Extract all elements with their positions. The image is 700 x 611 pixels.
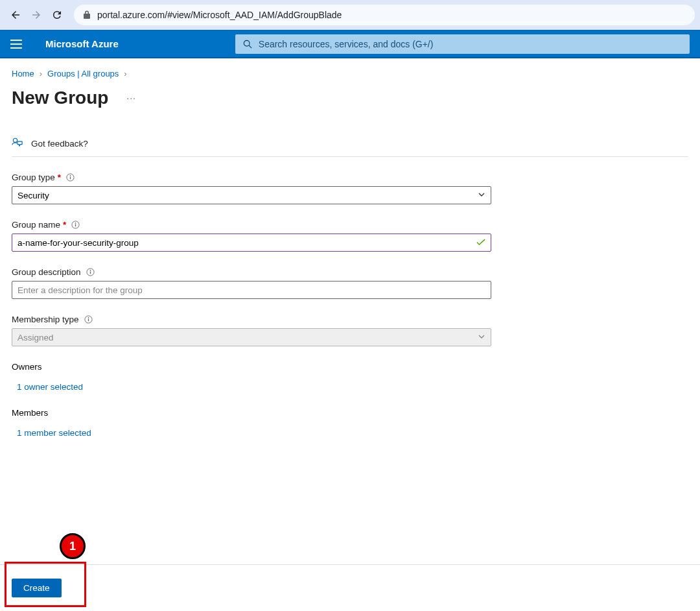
arrow-left-icon (10, 9, 21, 21)
lock-icon (83, 10, 91, 19)
required-asterisk: * (63, 220, 66, 230)
browser-address-bar[interactable]: portal.azure.com/#view/Microsoft_AAD_IAM… (74, 5, 695, 25)
group-description-input-wrapper (12, 281, 491, 299)
field-group-type: Group type * Security (12, 173, 491, 204)
group-description-input[interactable] (18, 285, 485, 295)
breadcrumb-home-link[interactable]: Home (12, 69, 34, 78)
hamburger-icon (10, 40, 22, 49)
svg-rect-11 (89, 272, 90, 274)
owners-selected-link[interactable]: 1 owner selected (17, 382, 83, 392)
field-group-name: Group name * (12, 220, 491, 252)
content-area: Home › Groups | All groups › New Group ·… (0, 58, 700, 438)
svg-point-10 (89, 270, 91, 271)
field-owners: Owners 1 owner selected (12, 362, 491, 392)
annotation-box (5, 562, 86, 607)
chevron-right-icon: › (40, 69, 42, 78)
field-group-description: Group description (12, 267, 491, 299)
info-icon[interactable] (71, 221, 80, 229)
breadcrumb: Home › Groups | All groups › (12, 69, 688, 78)
chevron-right-icon: › (124, 69, 126, 78)
browser-forward-button[interactable] (26, 5, 47, 25)
search-icon (243, 40, 252, 49)
breadcrumb-groups-link[interactable]: Groups | All groups (47, 69, 119, 78)
form: Group type * Security Group name * (12, 173, 491, 438)
members-selected-link[interactable]: 1 member selected (17, 428, 91, 438)
group-name-label: Group name (12, 220, 60, 230)
svg-point-7 (75, 222, 76, 224)
browser-chrome: portal.azure.com/#view/Microsoft_AAD_IAM… (0, 0, 700, 30)
chevron-down-icon (478, 191, 485, 200)
group-type-label: Group type (12, 173, 55, 182)
feedback-label: Got feedback? (31, 139, 88, 149)
chevron-down-icon (478, 333, 485, 342)
hamburger-menu-button[interactable] (10, 40, 22, 49)
members-label: Members (12, 408, 491, 418)
membership-type-label: Membership type (12, 315, 79, 324)
arrow-right-icon (30, 9, 42, 21)
field-label-row: Group description (12, 267, 491, 277)
global-search[interactable] (235, 34, 690, 54)
feedback-link[interactable]: Got feedback? (12, 137, 88, 150)
brand-label: Microsoft Azure (45, 38, 119, 49)
info-icon[interactable] (86, 268, 95, 276)
field-membership-type: Membership type Assigned (12, 315, 491, 346)
group-type-dropdown[interactable]: Security (12, 186, 491, 204)
refresh-icon (51, 9, 63, 21)
svg-point-13 (88, 317, 89, 318)
footer: Create (0, 564, 700, 611)
field-label-row: Group name * (12, 220, 491, 230)
field-members: Members 1 member selected (12, 408, 491, 438)
page-title: New Group (12, 88, 108, 108)
field-label-row: Group type * (12, 173, 491, 182)
required-asterisk: * (58, 173, 61, 182)
field-label-row: Membership type (12, 315, 491, 324)
more-actions-button[interactable]: ··· (126, 93, 136, 103)
group-description-label: Group description (12, 267, 81, 277)
annotation-badge: 1 (60, 533, 86, 559)
browser-refresh-button[interactable] (47, 5, 67, 25)
svg-line-1 (249, 45, 251, 48)
feedback-row: Got feedback? (12, 137, 688, 157)
membership-type-dropdown: Assigned (12, 328, 491, 346)
feedback-icon (12, 137, 23, 150)
group-type-value: Security (18, 191, 49, 200)
svg-point-2 (13, 138, 17, 142)
group-name-input-wrapper (12, 234, 491, 252)
global-search-input[interactable] (259, 39, 682, 49)
svg-rect-14 (88, 319, 88, 322)
membership-type-value: Assigned (18, 333, 54, 342)
browser-back-button[interactable] (5, 5, 26, 25)
valid-check-icon (476, 238, 485, 248)
annotation-number: 1 (69, 540, 76, 553)
page-title-row: New Group ··· (12, 88, 688, 108)
owners-label: Owners (12, 362, 491, 372)
svg-rect-8 (75, 224, 76, 227)
info-icon[interactable] (66, 173, 75, 182)
svg-point-0 (244, 40, 250, 46)
azure-top-bar: Microsoft Azure (0, 30, 700, 58)
group-name-input[interactable] (18, 238, 476, 248)
svg-point-4 (70, 175, 71, 176)
info-icon[interactable] (84, 315, 93, 324)
browser-url-text: portal.azure.com/#view/Microsoft_AAD_IAM… (97, 10, 342, 20)
svg-rect-5 (70, 177, 71, 180)
